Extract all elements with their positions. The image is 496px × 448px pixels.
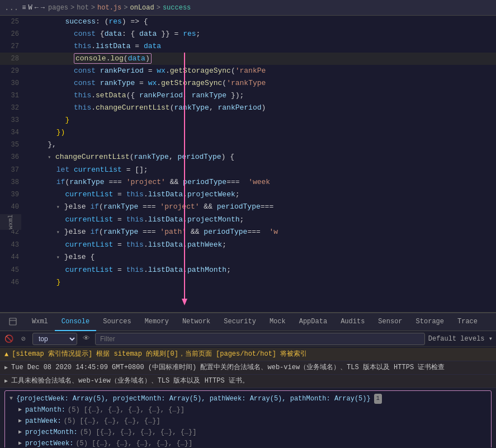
clear-console-button[interactable]: 🚫 <box>3 333 15 345</box>
code-line-42: 42 ▾ }else if(rankType === 'path' && per… <box>0 226 496 239</box>
warning-icon: ▲ <box>4 350 8 360</box>
tab-network[interactable]: Network <box>176 313 217 331</box>
log-summary-text: {projectWeek: Array(5), projectMonth: Ar… <box>16 394 371 404</box>
code-line-32: 32 this.changeCurrentList(rankType, rank… <box>0 102 496 114</box>
console-warning-text: [sitemap 索引情况提示] 根据 sitemap 的规则[0]，当前页面 … <box>12 349 307 359</box>
top-toolbar: ... ≡ W ← → pages > hot > hot.js > onLoa… <box>0 0 496 16</box>
code-line-28: 28 console.log(data) <box>0 53 496 65</box>
code-line-45: 45 currentList = this.listData.pathMonth… <box>0 264 496 276</box>
arrow-right-icon-1[interactable]: ▶ <box>4 363 8 373</box>
w-icon: W <box>28 4 32 12</box>
expand-object-arrow[interactable]: ▼ <box>10 394 16 404</box>
code-line-31: 31 this.setData({ rankPeriod, rankType }… <box>0 89 496 102</box>
code-line-46: 46 } <box>0 276 496 289</box>
console-entry-info-1: ▶ Tue Dec 08 2020 14:45:09 GMT+0800 (中国标… <box>0 361 496 375</box>
breadcrumb-event[interactable]: success <box>163 4 191 12</box>
tab-elements[interactable] <box>2 313 25 331</box>
console-info-text-2: 工具未检验合法域名、web-view（业务域名）、TLS 版本以及 HTTPS … <box>11 376 249 386</box>
sep1: > <box>70 4 74 12</box>
svg-marker-1 <box>182 299 187 305</box>
tab-sensor[interactable]: Sensor <box>371 313 409 331</box>
expand-pathweek-arrow[interactable]: ▶ <box>18 416 25 426</box>
code-line-39: 39 currentList = this.listData.projectWe… <box>0 188 496 201</box>
devtools-panel: Wxml Console Sources Memory Network Secu… <box>0 312 496 448</box>
code-line-36: 36 ▾ changeCurrentList(rankType, periodT… <box>0 151 496 164</box>
menu-icon[interactable]: ≡ <box>22 4 26 12</box>
code-line-37: 37 let currentList = []; <box>0 164 496 176</box>
tab-storage[interactable]: Storage <box>409 313 451 331</box>
tab-sources[interactable]: Sources <box>96 313 138 331</box>
log-summary-row: ▼ {projectWeek: Array(5), projectMonth: … <box>10 393 486 404</box>
console-info-text-1: Tue Dec 08 2020 14:45:09 GMT+0800 (中国标准时… <box>11 362 445 372</box>
code-line-35: 35 }, <box>0 139 496 151</box>
toolbar-icons: ≡ W ← → <box>22 4 45 12</box>
code-line-34: 34 }) <box>0 126 496 139</box>
breadcrumb-func[interactable]: onLoad <box>130 4 154 12</box>
code-line-44: 44 ▾ }else { <box>0 251 496 264</box>
tab-appdata[interactable]: AppData <box>292 313 334 331</box>
console-toolbar: 🚫 ⊘ top 👁 Default levels ▾ <box>0 331 496 347</box>
code-line-27: 27 this.listData = data <box>0 40 496 53</box>
log-row-pathweek: ▶ pathWeek: (5) [{…}, {…}, {…}, {…}] <box>18 416 486 427</box>
breadcrumb: pages > hot > hot.js > onLoad > success <box>48 4 191 12</box>
expand-pathmonth-arrow[interactable]: ▶ <box>18 405 25 415</box>
breadcrumb-pages[interactable]: pages <box>48 4 68 12</box>
code-line-30: 30 const rankType = wx.getStorageSync('r… <box>0 77 496 89</box>
tab-trace[interactable]: Trace <box>451 313 484 331</box>
tab-security[interactable]: Security <box>217 313 263 331</box>
breadcrumb-file[interactable]: hot.js <box>97 4 121 12</box>
code-line-43: 43 currentList = this.listData.pathWeek; <box>0 239 496 251</box>
sep3: > <box>124 4 127 12</box>
sep2: > <box>91 4 95 12</box>
more-dots: ... <box>4 3 18 12</box>
log-row-projectmonth: ▶ projectMonth: (5) [{…}, {…}, {…}, {…},… <box>18 427 486 438</box>
code-line-25: 25 success: (res) => { <box>0 16 496 28</box>
code-line-33: 33 } <box>0 114 496 126</box>
panel-tabs-bar: Wxml Console Sources Memory Network Secu… <box>0 313 496 331</box>
code-line-40: 40 ▾ }else if(rankType === 'project' && … <box>0 201 496 214</box>
code-line-41: 41 currentList = this.listData.projectMo… <box>0 214 496 226</box>
expand-projectweek-arrow[interactable]: ▶ <box>18 438 25 447</box>
log-object-block: ▼ {projectWeek: Array(5), projectMonth: … <box>4 390 492 447</box>
log-row-projectweek: ▶ projectWeek: (5) [{…}, {…}, {…}, {…}, … <box>18 438 486 447</box>
sep4: > <box>157 4 160 12</box>
tab-console[interactable]: Console <box>55 313 96 331</box>
log-expanded-rows: ▶ pathMonth: (5) [{…}, {…}, {…}, {…}, {…… <box>10 404 486 447</box>
tab-audits[interactable]: Audits <box>334 313 371 331</box>
code-line-38: 38 if(rankType === 'project' && periodTy… <box>0 176 496 188</box>
log-badge: 1 <box>374 394 382 404</box>
log-row-pathmonth: ▶ pathMonth: (5) [{…}, {…}, {…}, {…}, {…… <box>18 404 486 416</box>
code-editor: 25 success: (res) => { 26 const {data: {… <box>0 16 496 312</box>
tab-memory[interactable]: Memory <box>138 313 176 331</box>
code-line-26: 26 const {data: { data }} = res; <box>0 28 496 40</box>
tab-wxml[interactable]: Wxml <box>25 313 55 331</box>
breadcrumb-hot[interactable]: hot <box>77 4 89 12</box>
eye-icon[interactable]: 👁 <box>81 333 92 345</box>
expand-projectmonth-arrow[interactable]: ▶ <box>18 427 25 437</box>
console-output: ▲ [sitemap 索引情况提示] 根据 sitemap 的规则[0]，当前页… <box>0 347 496 447</box>
code-line-29: 29 const rankPeriod = wx.getStorageSync(… <box>0 65 496 77</box>
context-selector[interactable]: top <box>32 333 77 345</box>
console-filter-input[interactable] <box>95 333 425 345</box>
block-button[interactable]: ⊘ <box>18 333 29 345</box>
levels-dropdown[interactable]: Default levels ▾ <box>428 334 493 343</box>
arrow-right-icon-2[interactable]: ▶ <box>4 376 8 386</box>
tab-mock[interactable]: Mock <box>263 313 292 331</box>
back-icon[interactable]: ← <box>35 4 39 12</box>
forward-icon[interactable]: → <box>41 4 45 12</box>
code-lines: 25 success: (res) => { 26 const {data: {… <box>0 16 496 289</box>
console-entry-info-2: ▶ 工具未检验合法域名、web-view（业务域名）、TLS 版本以及 HTTP… <box>0 375 496 388</box>
svg-rect-2 <box>10 318 16 325</box>
wxml-sidebar-label: wxml <box>0 214 21 230</box>
console-entry-warning: ▲ [sitemap 索引情况提示] 根据 sitemap 的规则[0]，当前页… <box>0 348 496 361</box>
